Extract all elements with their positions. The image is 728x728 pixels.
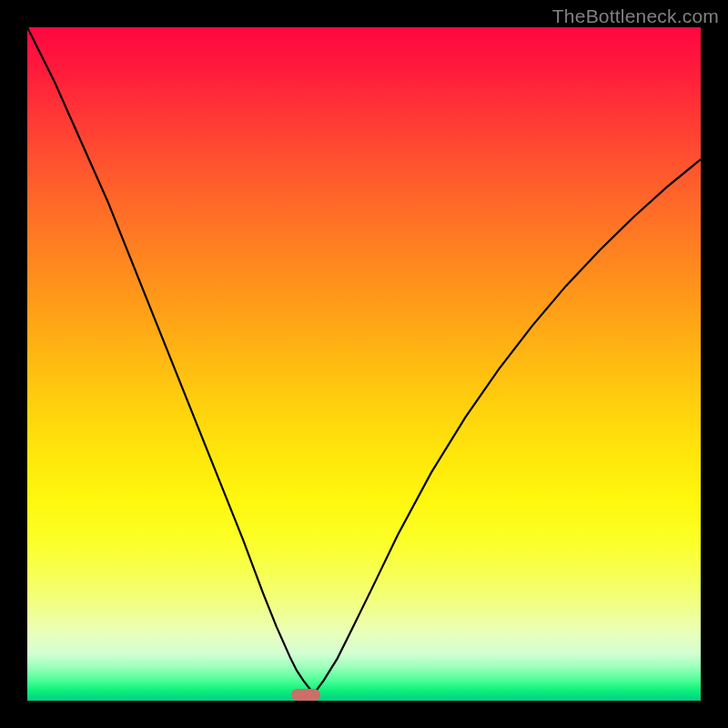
- curve-left: [27, 27, 314, 693]
- curve-svg: [27, 27, 701, 701]
- plot-area: [27, 27, 701, 701]
- min-marker: [291, 689, 320, 701]
- curve-right: [314, 159, 701, 693]
- chart-frame: TheBottleneck.com: [0, 0, 728, 728]
- watermark-label: TheBottleneck.com: [552, 5, 719, 27]
